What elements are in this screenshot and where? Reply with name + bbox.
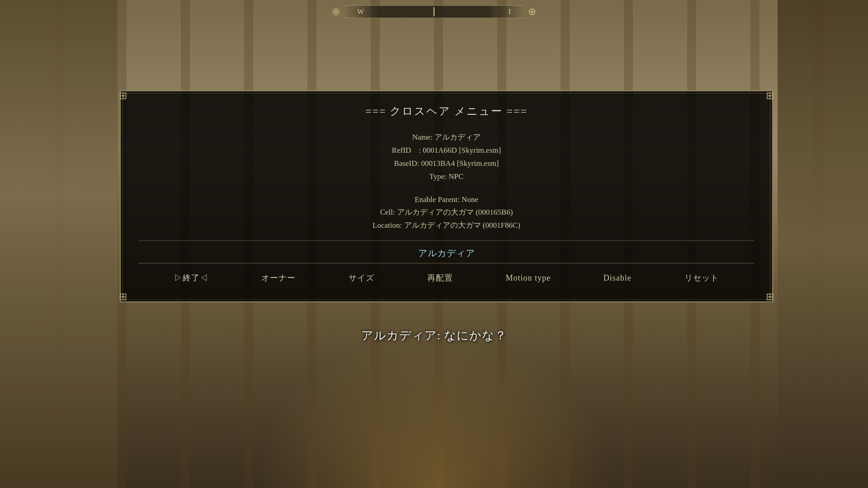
compass-right-bracket: ⊕ bbox=[528, 6, 536, 18]
compass-left-bracket: ⊕ bbox=[332, 6, 340, 18]
crosshair-menu-panel: ⊞ ⊞ ⊞ ⊞ === クロスヘア メニュー === Name: アルカディア … bbox=[120, 90, 773, 302]
panel-border: ⊞ ⊞ ⊞ ⊞ === クロスヘア メニュー === Name: アルカディア … bbox=[120, 90, 773, 302]
corner-ornament-tr: ⊞ bbox=[761, 89, 774, 102]
compass-east-label: I bbox=[509, 8, 511, 16]
disable-button[interactable]: Disable bbox=[600, 272, 635, 285]
subtitle-text: アルカディア: なにかな？ bbox=[361, 329, 507, 342]
panel-content: === クロスヘア メニュー === Name: アルカディア RefID : … bbox=[121, 91, 772, 301]
relocate-button[interactable]: 再配置 bbox=[424, 271, 457, 285]
compass-center-tick bbox=[434, 7, 434, 16]
exit-button[interactable]: ▷終了◁ bbox=[170, 271, 212, 285]
action-bar: ▷終了◁ オーナー サイズ 再配置 Motion type Disable リセ… bbox=[139, 263, 754, 292]
cell-line-text: Cell: アルカディアの大ガマ (000165B6) bbox=[139, 206, 754, 219]
corner-ornament-bl: ⊞ bbox=[119, 291, 132, 303]
owner-button[interactable]: オーナー bbox=[258, 271, 299, 285]
name-line: Name: アルカディア bbox=[139, 131, 754, 144]
hud-compass: ⊕ W I ⊕ bbox=[332, 5, 536, 18]
size-button[interactable]: サイズ bbox=[345, 271, 378, 285]
corner-ornament-tl: ⊞ bbox=[119, 89, 132, 102]
motion-type-button[interactable]: Motion type bbox=[502, 272, 555, 285]
left-wall bbox=[0, 0, 118, 488]
player-character bbox=[253, 330, 615, 488]
enable-parent-block: Enable Parent: None Cell: アルカディアの大ガマ (00… bbox=[139, 193, 754, 233]
panel-divider bbox=[139, 240, 754, 241]
enable-parent-line: Enable Parent: None bbox=[139, 193, 754, 206]
baseid-line: BaseID: 00013BA4 [Skyrim.esm] bbox=[139, 157, 754, 170]
type-line: Type: NPC bbox=[139, 170, 754, 183]
subtitle-bar: アルカディア: なにかな？ bbox=[361, 328, 507, 343]
panel-title: === クロスヘア メニュー === bbox=[139, 104, 754, 118]
corner-ornament-br: ⊞ bbox=[761, 291, 774, 303]
refid-line: RefID : 0001A66D [Skyrim.esm] bbox=[139, 144, 754, 157]
entity-info-block: Name: アルカディア RefID : 0001A66D [Skyrim.es… bbox=[139, 131, 754, 183]
reset-button[interactable]: リセット bbox=[681, 271, 722, 285]
right-wall bbox=[778, 0, 868, 488]
target-name: アルカディア bbox=[139, 247, 754, 259]
compass-bar: W I bbox=[344, 5, 524, 18]
location-line: Location: アルカディアの大ガマ (0001F86C) bbox=[139, 219, 754, 232]
compass-west-label: W bbox=[357, 8, 364, 16]
